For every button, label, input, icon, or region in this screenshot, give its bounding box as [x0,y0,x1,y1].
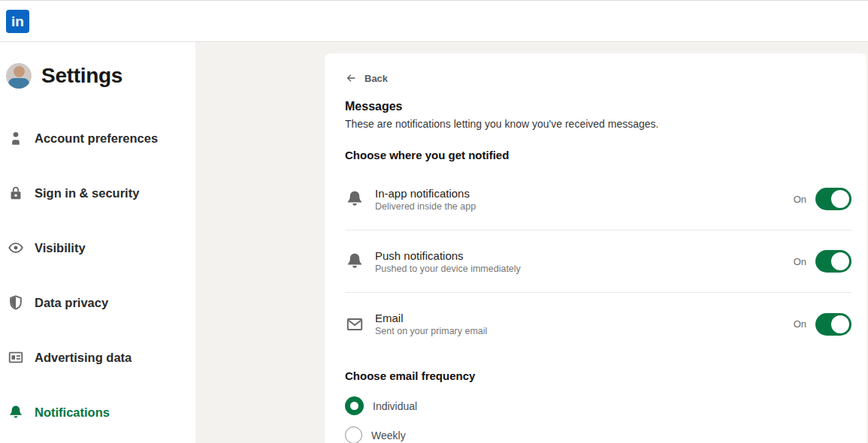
bell-icon [8,404,24,420]
toggle-knob [831,252,849,270]
sidebar-item-sign-in-security[interactable]: Sign in & security [0,178,195,208]
linkedin-logo[interactable]: in [6,10,29,33]
channel-subtitle: Delivered inside the app [375,201,794,212]
section-description: These are notifications letting you know… [345,118,851,130]
sidebar-item-notifications[interactable]: Notifications [0,397,195,427]
channel-title: Push notifications [375,249,794,262]
sidebar-item-label: Visibility [35,241,86,255]
page-title: Settings [41,64,122,88]
channel-control: On [794,188,851,210]
sidebar-item-label: Advertising data [35,351,132,365]
toggle-knob [831,190,849,208]
top-navbar: in [0,1,868,42]
channel-subtitle: Sent on your primary email [375,326,794,336]
radio-selected-icon [345,396,364,415]
sidebar-item-label: Sign in & security [35,186,139,200]
where-notified-heading: Choose where you get notified [345,149,851,161]
messages-settings-card: Back Messages These are notifications le… [325,53,866,443]
settings-sidebar: Settings Account preferences [0,42,195,443]
radio-label: Individual [373,400,417,412]
toggle-knob [831,315,849,333]
sidebar-item-account-preferences[interactable]: Account preferences [0,123,195,153]
channel-row-email: Email Sent on your primary email On [345,293,851,355]
eye-icon [8,240,24,256]
toggle-state-label: On [794,194,806,205]
bell-icon [345,189,364,209]
back-button[interactable]: Back [345,71,388,85]
channel-control: On [794,313,851,336]
lock-icon [8,185,24,201]
channel-text: Email Sent on your primary email [375,312,794,336]
radio-label: Weekly [371,429,406,441]
channel-title: Email [375,312,794,324]
sidebar-item-label: Account preferences [35,131,158,146]
email-frequency-heading: Choose email frequency [345,369,851,382]
toggle-state-label: On [794,256,806,267]
radio-unselected-icon [345,426,362,443]
in-app-notifications-toggle[interactable] [815,188,851,210]
push-notifications-toggle[interactable] [815,250,851,273]
shield-icon [8,294,24,311]
channel-title: In-app notifications [375,187,794,200]
person-icon [8,130,24,146]
ad-card-icon [8,349,24,366]
channel-text: In-app notifications Delivered inside th… [375,187,794,212]
page-body: Settings Account preferences [0,42,868,443]
sidebar-item-visibility[interactable]: Visibility [0,233,195,263]
section-title: Messages [345,100,851,113]
back-label: Back [364,73,388,84]
sidebar-item-label: Notifications [35,405,110,420]
channel-text: Push notifications Pushed to your device… [375,249,794,274]
channel-subtitle: Pushed to your device immediately [375,264,794,274]
email-toggle[interactable] [815,313,851,336]
channel-row-push: Push notifications Pushed to your device… [345,231,851,293]
sidebar-item-advertising-data[interactable]: Advertising data [0,342,195,372]
back-arrow-icon [345,72,357,84]
frequency-option-weekly[interactable]: Weekly [345,426,851,443]
channel-control: On [794,250,851,273]
sidebar-item-data-privacy[interactable]: Data privacy [0,288,195,318]
settings-header: Settings [0,42,195,89]
channel-row-in-app: In-app notifications Delivered inside th… [345,168,851,231]
frequency-option-individual[interactable]: Individual [345,396,851,415]
bell-icon [345,252,364,271]
sidebar-nav: Account preferences Sign in & security [0,123,195,427]
envelope-icon [345,315,364,334]
avatar[interactable] [6,63,32,89]
sidebar-item-label: Data privacy [35,296,108,310]
main-content-area: Back Messages These are notifications le… [195,42,868,443]
toggle-state-label: On [794,318,806,330]
